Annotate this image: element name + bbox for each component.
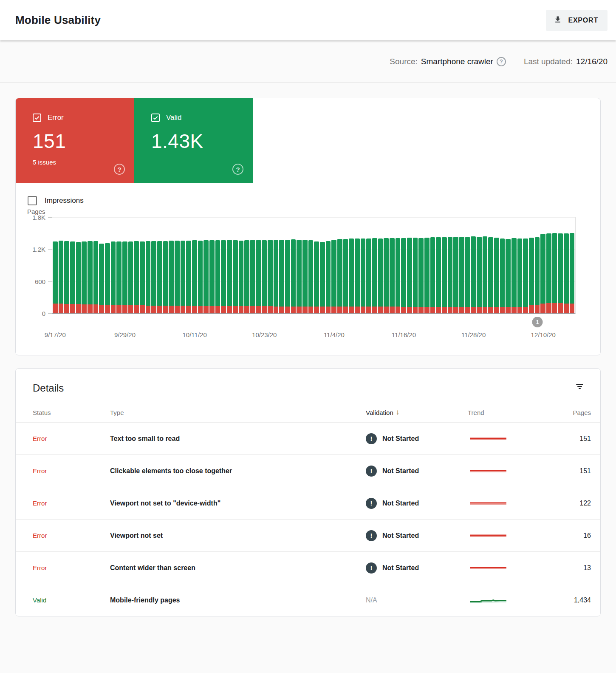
stacked-bar[interactable] xyxy=(111,217,116,313)
stacked-bar[interactable] xyxy=(343,217,348,313)
stacked-bar[interactable] xyxy=(349,217,354,313)
stacked-bar[interactable] xyxy=(511,217,517,313)
stacked-bar[interactable] xyxy=(256,217,261,313)
stacked-bar[interactable] xyxy=(59,217,64,313)
stacked-bar[interactable] xyxy=(151,217,156,313)
stacked-bar[interactable] xyxy=(128,217,133,313)
chart-annotation-marker[interactable]: 1 xyxy=(532,317,543,327)
stacked-bar[interactable] xyxy=(471,217,476,313)
stacked-bar[interactable] xyxy=(361,217,366,313)
details-table-row[interactable]: ValidMobile-friendly pagesN/A1,434 xyxy=(16,584,600,616)
stacked-bar[interactable] xyxy=(82,217,87,313)
stacked-bar[interactable] xyxy=(529,217,534,313)
stacked-bar[interactable] xyxy=(453,217,458,313)
stacked-bar[interactable] xyxy=(169,217,174,313)
stacked-bar[interactable] xyxy=(186,217,191,313)
stacked-bar[interactable] xyxy=(140,217,145,313)
stacked-bar[interactable] xyxy=(517,217,523,313)
stacked-bar[interactable] xyxy=(233,217,238,313)
stacked-bar[interactable] xyxy=(134,217,139,313)
stacked-bar[interactable] xyxy=(355,217,360,313)
stacked-bar[interactable] xyxy=(262,217,267,313)
stacked-bar[interactable] xyxy=(274,217,279,313)
stacked-bar[interactable] xyxy=(459,217,464,313)
stacked-bar[interactable] xyxy=(302,217,308,313)
impressions-checkbox[interactable] xyxy=(28,196,37,205)
error-summary-box[interactable]: Error 151 5 issues ? xyxy=(16,98,134,183)
stacked-bar[interactable] xyxy=(546,217,551,313)
stacked-bar[interactable] xyxy=(570,217,575,313)
details-table-row[interactable]: ErrorViewport not set to "device-width"!… xyxy=(16,487,600,519)
col-header-status[interactable]: Status xyxy=(33,409,110,416)
stacked-bar[interactable] xyxy=(494,217,499,313)
issue-type-cell[interactable]: Content wider than screen xyxy=(110,564,366,572)
stacked-bar[interactable] xyxy=(285,217,290,313)
stacked-bar[interactable] xyxy=(192,217,197,313)
stacked-bar[interactable] xyxy=(146,217,151,313)
stacked-bar[interactable] xyxy=(88,217,93,313)
stacked-bar[interactable] xyxy=(477,217,482,313)
stacked-bar[interactable] xyxy=(76,217,81,313)
col-header-type[interactable]: Type xyxy=(110,409,366,416)
valid-help-icon[interactable]: ? xyxy=(232,164,243,175)
stacked-bar[interactable] xyxy=(93,217,99,313)
stacked-bar[interactable] xyxy=(552,217,557,313)
stacked-bar[interactable] xyxy=(366,217,371,313)
stacked-bar[interactable] xyxy=(291,217,296,313)
stacked-bar[interactable] xyxy=(372,217,377,313)
stacked-bar[interactable] xyxy=(268,217,273,313)
details-table-row[interactable]: ErrorViewport not set!Not Started16 xyxy=(16,519,600,551)
stacked-bar[interactable] xyxy=(436,217,441,313)
stacked-bar[interactable] xyxy=(163,217,168,313)
stacked-bar[interactable] xyxy=(122,217,127,313)
stacked-bar[interactable] xyxy=(442,217,447,313)
stacked-bar[interactable] xyxy=(221,217,226,313)
issue-type-cell[interactable]: Mobile-friendly pages xyxy=(110,596,366,604)
issue-type-cell[interactable]: Text too small to read xyxy=(110,435,366,443)
source-help-icon[interactable]: ? xyxy=(497,57,506,66)
details-table-row[interactable]: ErrorText too small to read!Not Started1… xyxy=(16,422,600,454)
stacked-bar[interactable] xyxy=(488,217,493,313)
stacked-bar[interactable] xyxy=(297,217,302,313)
stacked-bar[interactable] xyxy=(244,217,249,313)
stacked-bar[interactable] xyxy=(407,217,412,313)
details-table-row[interactable]: ErrorClickable elements too close togeth… xyxy=(16,454,600,487)
stacked-bar[interactable] xyxy=(558,217,563,313)
stacked-bar[interactable] xyxy=(209,217,215,313)
stacked-bar[interactable] xyxy=(215,217,220,313)
source-selector[interactable]: Source: Smartphone crawler ? xyxy=(390,57,506,66)
issue-type-cell[interactable]: Clickable elements too close together xyxy=(110,467,366,475)
stacked-bar[interactable] xyxy=(500,217,505,313)
stacked-bar[interactable] xyxy=(401,217,406,313)
error-checkbox[interactable] xyxy=(33,114,41,122)
export-button[interactable]: EXPORT xyxy=(546,10,608,31)
issue-type-cell[interactable]: Viewport not set xyxy=(110,532,366,540)
impressions-toggle[interactable]: Impressions xyxy=(28,196,600,205)
stacked-bar[interactable] xyxy=(105,217,110,313)
valid-checkbox[interactable] xyxy=(151,114,160,122)
stacked-bar[interactable] xyxy=(326,217,331,313)
stacked-bar[interactable] xyxy=(390,217,395,313)
issue-type-cell[interactable]: Viewport not set to "device-width" xyxy=(110,500,366,507)
stacked-bar[interactable] xyxy=(116,217,122,313)
stacked-bar[interactable] xyxy=(203,217,209,313)
stacked-bar[interactable] xyxy=(337,217,342,313)
stacked-bar[interactable] xyxy=(465,217,470,313)
stacked-bar[interactable] xyxy=(396,217,401,313)
stacked-bar[interactable] xyxy=(424,217,430,313)
stacked-bar[interactable] xyxy=(413,217,418,313)
stacked-bar[interactable] xyxy=(378,217,383,313)
stacked-bar[interactable] xyxy=(448,217,453,313)
col-header-validation[interactable]: Validation ↓ xyxy=(366,408,468,417)
stacked-bar[interactable] xyxy=(279,217,284,313)
stacked-bar[interactable] xyxy=(430,217,435,313)
stacked-bar[interactable] xyxy=(331,217,336,313)
valid-summary-box[interactable]: Valid 1.43K ? xyxy=(134,98,253,183)
col-header-pages[interactable]: Pages xyxy=(548,409,591,416)
stacked-bar[interactable] xyxy=(314,217,319,313)
stacked-bar[interactable] xyxy=(250,217,255,313)
stacked-bar[interactable] xyxy=(564,217,569,313)
stacked-bar[interactable] xyxy=(523,217,528,313)
stacked-bar[interactable] xyxy=(535,217,540,313)
stacked-bar[interactable] xyxy=(320,217,325,313)
